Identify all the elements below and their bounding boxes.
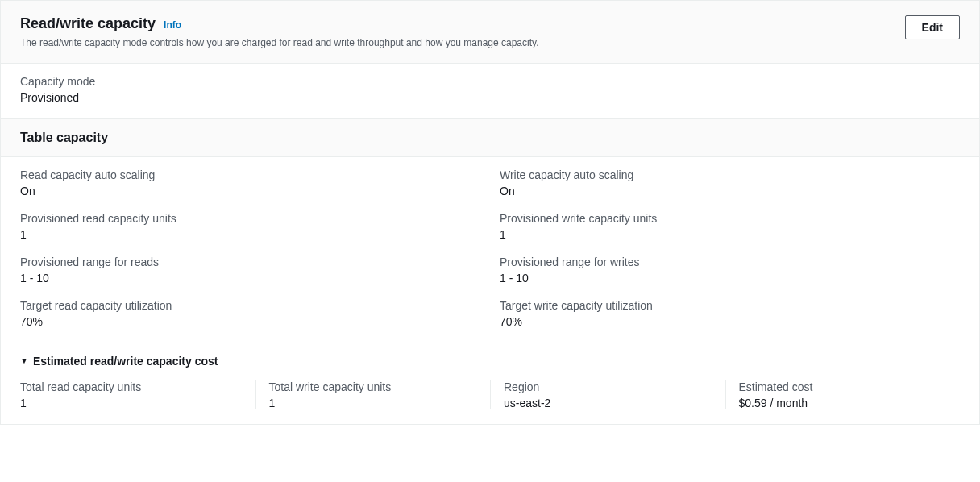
panel-header: Read/write capacity Info The read/write … xyxy=(1,1,979,64)
region-label: Region xyxy=(504,380,712,393)
total-read-value: 1 xyxy=(20,397,243,409)
table-capacity-header: Table capacity xyxy=(1,119,979,157)
cost-grid: Total read capacity units 1 Total write … xyxy=(20,380,960,409)
total-read-label: Total read capacity units xyxy=(20,380,243,393)
read-write-capacity-panel: Read/write capacity Info The read/write … xyxy=(0,0,980,425)
write-range-label: Provisioned range for writes xyxy=(500,256,960,268)
read-provisioned-units-label: Provisioned read capacity units xyxy=(20,212,480,225)
total-write-value: 1 xyxy=(269,397,478,409)
write-target-util-value: 70% xyxy=(500,315,960,328)
read-target-util-label: Target read capacity utilization xyxy=(20,299,480,312)
read-autoscaling-label: Read capacity auto scaling xyxy=(20,168,480,181)
read-range-label: Provisioned range for reads xyxy=(20,256,480,268)
write-autoscaling-value: On xyxy=(500,185,960,197)
write-autoscaling-label: Write capacity auto scaling xyxy=(500,168,960,181)
panel-title: Read/write capacity xyxy=(20,15,156,32)
cost-cell-region: Region us-east-2 xyxy=(490,380,725,409)
info-link[interactable]: Info xyxy=(164,19,181,31)
read-target-util-value: 70% xyxy=(20,315,480,328)
cost-cell-write: Total write capacity units 1 xyxy=(255,380,491,409)
write-provisioned-units-value: 1 xyxy=(500,228,960,241)
cost-toggle[interactable]: ▼ Estimated read/write capacity cost xyxy=(20,355,960,368)
read-column: Read capacity auto scaling On Provisione… xyxy=(20,168,480,328)
estimated-cost-value: $0.59 / month xyxy=(739,397,948,409)
capacity-mode-value: Provisioned xyxy=(20,91,960,104)
estimated-cost-label: Estimated cost xyxy=(739,380,948,393)
cost-section: ▼ Estimated read/write capacity cost Tot… xyxy=(1,343,979,424)
write-range-value: 1 - 10 xyxy=(500,272,960,285)
write-column: Write capacity auto scaling On Provision… xyxy=(500,168,960,328)
cost-header-label: Estimated read/write capacity cost xyxy=(33,355,218,368)
panel-description: The read/write capacity mode controls ho… xyxy=(20,37,905,48)
total-write-label: Total write capacity units xyxy=(269,380,478,393)
table-capacity-section: Read capacity auto scaling On Provisione… xyxy=(1,157,979,343)
read-provisioned-units-value: 1 xyxy=(20,228,480,241)
write-provisioned-units-label: Provisioned write capacity units xyxy=(500,212,960,225)
title-block: Read/write capacity Info The read/write … xyxy=(20,15,905,48)
read-range-value: 1 - 10 xyxy=(20,272,480,285)
region-value: us-east-2 xyxy=(504,397,712,409)
capacity-mode-label: Capacity mode xyxy=(20,75,960,88)
capacity-mode-block: Capacity mode Provisioned xyxy=(20,75,960,104)
capacity-mode-section: Capacity mode Provisioned xyxy=(1,64,979,119)
read-autoscaling-value: On xyxy=(20,185,480,197)
write-target-util-label: Target write capacity utilization xyxy=(500,299,960,312)
edit-button[interactable]: Edit xyxy=(905,15,960,39)
cost-cell-read: Total read capacity units 1 xyxy=(20,380,255,409)
cost-cell-estimate: Estimated cost $0.59 / month xyxy=(725,380,961,409)
caret-down-icon: ▼ xyxy=(20,357,28,365)
